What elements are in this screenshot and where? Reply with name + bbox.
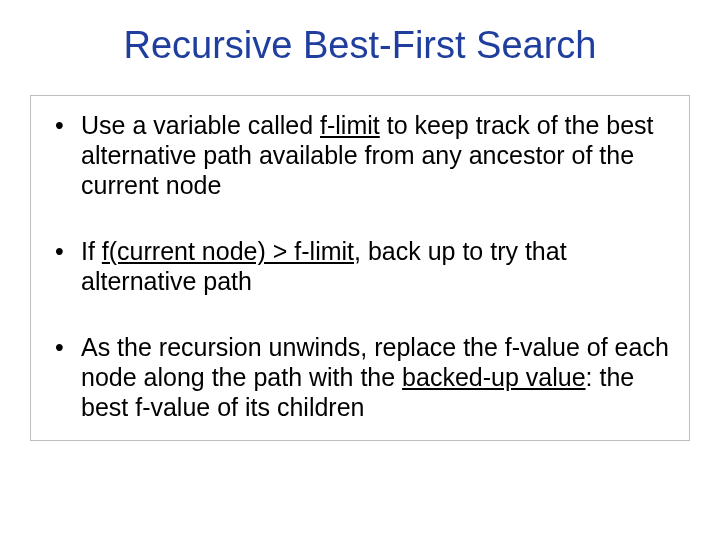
- underlined-term: backed-up value: [402, 363, 585, 391]
- bullet-text: Use a variable called: [81, 111, 320, 139]
- slide-title: Recursive Best-First Search: [30, 24, 690, 67]
- bullet-item: As the recursion unwinds, replace the f-…: [51, 332, 669, 422]
- underlined-term: f-limit: [320, 111, 380, 139]
- bullet-text: If: [81, 237, 102, 265]
- bullet-item: Use a variable called f-limit to keep tr…: [51, 110, 669, 200]
- content-box: Use a variable called f-limit to keep tr…: [30, 95, 690, 441]
- bullet-list: Use a variable called f-limit to keep tr…: [51, 110, 669, 422]
- slide: Recursive Best-First Search Use a variab…: [0, 0, 720, 540]
- bullet-item: If f(current node) > f-limit, back up to…: [51, 236, 669, 296]
- underlined-term: f(current node) > f-limit: [102, 237, 354, 265]
